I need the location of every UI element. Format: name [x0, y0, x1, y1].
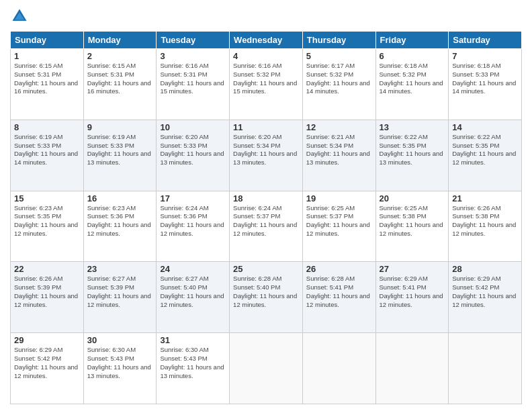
calendar-cell	[375, 333, 449, 404]
calendar-cell: 6 Sunrise: 6:18 AM Sunset: 5:32 PM Dayli…	[375, 49, 449, 120]
calendar-cell: 8 Sunrise: 6:19 AM Sunset: 5:33 PM Dayli…	[11, 120, 84, 191]
page: SundayMondayTuesdayWednesdayThursdayFrid…	[0, 0, 532, 411]
day-number: 1	[14, 51, 80, 61]
day-info: Sunrise: 6:23 AM Sunset: 5:35 PM Dayligh…	[14, 204, 80, 238]
calendar-cell: 19 Sunrise: 6:25 AM Sunset: 5:37 PM Dayl…	[302, 191, 375, 262]
calendar-cell: 14 Sunrise: 6:22 AM Sunset: 5:35 PM Dayl…	[449, 120, 522, 191]
day-number: 17	[160, 193, 226, 203]
day-info: Sunrise: 6:25 AM Sunset: 5:38 PM Dayligh…	[380, 204, 445, 238]
day-number: 30	[87, 335, 153, 345]
calendar-cell: 31 Sunrise: 6:30 AM Sunset: 5:43 PM Dayl…	[157, 333, 230, 404]
header	[10, 7, 522, 26]
day-number: 3	[160, 51, 226, 61]
day-info: Sunrise: 6:29 AM Sunset: 5:42 PM Dayligh…	[452, 275, 518, 309]
day-info: Sunrise: 6:22 AM Sunset: 5:35 PM Dayligh…	[452, 133, 518, 167]
day-number: 10	[160, 122, 226, 132]
calendar-week-2: 8 Sunrise: 6:19 AM Sunset: 5:33 PM Dayli…	[11, 120, 522, 191]
weekday-header-monday: Monday	[83, 32, 157, 49]
calendar-cell: 1 Sunrise: 6:15 AM Sunset: 5:31 PM Dayli…	[11, 49, 84, 120]
day-info: Sunrise: 6:19 AM Sunset: 5:33 PM Dayligh…	[87, 133, 153, 167]
calendar-cell: 2 Sunrise: 6:15 AM Sunset: 5:31 PM Dayli…	[83, 49, 157, 120]
calendar-cell: 21 Sunrise: 6:26 AM Sunset: 5:38 PM Dayl…	[449, 191, 522, 262]
calendar-cell: 26 Sunrise: 6:28 AM Sunset: 5:41 PM Dayl…	[302, 262, 375, 333]
calendar-cell: 25 Sunrise: 6:28 AM Sunset: 5:40 PM Dayl…	[230, 262, 303, 333]
calendar-cell: 13 Sunrise: 6:22 AM Sunset: 5:35 PM Dayl…	[375, 120, 449, 191]
calendar-cell: 27 Sunrise: 6:29 AM Sunset: 5:41 PM Dayl…	[375, 262, 449, 333]
calendar-cell: 17 Sunrise: 6:24 AM Sunset: 5:36 PM Dayl…	[157, 191, 230, 262]
calendar-cell: 22 Sunrise: 6:26 AM Sunset: 5:39 PM Dayl…	[11, 262, 84, 333]
calendar-cell: 12 Sunrise: 6:21 AM Sunset: 5:34 PM Dayl…	[302, 120, 375, 191]
calendar-week-4: 22 Sunrise: 6:26 AM Sunset: 5:39 PM Dayl…	[11, 262, 522, 333]
day-info: Sunrise: 6:28 AM Sunset: 5:41 PM Dayligh…	[306, 275, 372, 309]
day-info: Sunrise: 6:23 AM Sunset: 5:36 PM Dayligh…	[87, 204, 153, 238]
calendar-cell: 29 Sunrise: 6:29 AM Sunset: 5:42 PM Dayl…	[11, 333, 84, 404]
day-info: Sunrise: 6:19 AM Sunset: 5:33 PM Dayligh…	[14, 133, 80, 167]
calendar-cell: 4 Sunrise: 6:16 AM Sunset: 5:32 PM Dayli…	[230, 49, 303, 120]
calendar-cell: 23 Sunrise: 6:27 AM Sunset: 5:39 PM Dayl…	[83, 262, 157, 333]
day-number: 4	[233, 51, 299, 61]
calendar-cell	[449, 333, 522, 404]
day-info: Sunrise: 6:26 AM Sunset: 5:38 PM Dayligh…	[452, 204, 518, 238]
calendar-cell: 16 Sunrise: 6:23 AM Sunset: 5:36 PM Dayl…	[83, 191, 157, 262]
day-number: 12	[306, 122, 372, 132]
logo	[10, 7, 32, 26]
day-info: Sunrise: 6:26 AM Sunset: 5:39 PM Dayligh…	[14, 275, 80, 309]
day-number: 28	[452, 264, 518, 274]
calendar-cell: 30 Sunrise: 6:30 AM Sunset: 5:43 PM Dayl…	[83, 333, 157, 404]
weekday-header-friday: Friday	[375, 32, 449, 49]
calendar-week-5: 29 Sunrise: 6:29 AM Sunset: 5:42 PM Dayl…	[11, 333, 522, 404]
day-number: 2	[87, 51, 153, 61]
day-number: 19	[306, 193, 372, 203]
day-info: Sunrise: 6:15 AM Sunset: 5:31 PM Dayligh…	[14, 62, 80, 96]
day-info: Sunrise: 6:24 AM Sunset: 5:36 PM Dayligh…	[160, 204, 226, 238]
weekday-header-thursday: Thursday	[302, 32, 375, 49]
day-info: Sunrise: 6:28 AM Sunset: 5:40 PM Dayligh…	[233, 275, 299, 309]
calendar-table: SundayMondayTuesdayWednesdayThursdayFrid…	[10, 31, 522, 404]
day-number: 21	[452, 193, 518, 203]
day-number: 26	[306, 264, 372, 274]
day-info: Sunrise: 6:20 AM Sunset: 5:33 PM Dayligh…	[160, 133, 226, 167]
day-number: 22	[14, 264, 80, 274]
day-info: Sunrise: 6:29 AM Sunset: 5:41 PM Dayligh…	[380, 275, 445, 309]
weekday-header-tuesday: Tuesday	[157, 32, 230, 49]
day-number: 24	[160, 264, 226, 274]
day-info: Sunrise: 6:15 AM Sunset: 5:31 PM Dayligh…	[87, 62, 153, 96]
day-number: 9	[87, 122, 153, 132]
day-number: 7	[452, 51, 518, 61]
calendar-cell: 10 Sunrise: 6:20 AM Sunset: 5:33 PM Dayl…	[157, 120, 230, 191]
day-info: Sunrise: 6:22 AM Sunset: 5:35 PM Dayligh…	[380, 133, 445, 167]
calendar-cell	[230, 333, 303, 404]
weekday-header-row: SundayMondayTuesdayWednesdayThursdayFrid…	[11, 32, 522, 49]
day-info: Sunrise: 6:16 AM Sunset: 5:31 PM Dayligh…	[160, 62, 226, 96]
day-info: Sunrise: 6:16 AM Sunset: 5:32 PM Dayligh…	[233, 62, 299, 96]
weekday-header-sunday: Sunday	[11, 32, 84, 49]
calendar-cell: 15 Sunrise: 6:23 AM Sunset: 5:35 PM Dayl…	[11, 191, 84, 262]
day-number: 18	[233, 193, 299, 203]
day-info: Sunrise: 6:18 AM Sunset: 5:33 PM Dayligh…	[452, 62, 518, 96]
weekday-header-wednesday: Wednesday	[230, 32, 303, 49]
day-info: Sunrise: 6:25 AM Sunset: 5:37 PM Dayligh…	[306, 204, 372, 238]
weekday-header-saturday: Saturday	[449, 32, 522, 49]
day-number: 5	[306, 51, 372, 61]
calendar-cell: 28 Sunrise: 6:29 AM Sunset: 5:42 PM Dayl…	[449, 262, 522, 333]
day-info: Sunrise: 6:27 AM Sunset: 5:40 PM Dayligh…	[160, 275, 226, 309]
day-number: 14	[452, 122, 518, 132]
calendar-cell: 24 Sunrise: 6:27 AM Sunset: 5:40 PM Dayl…	[157, 262, 230, 333]
day-info: Sunrise: 6:20 AM Sunset: 5:34 PM Dayligh…	[233, 133, 299, 167]
calendar-cell: 18 Sunrise: 6:24 AM Sunset: 5:37 PM Dayl…	[230, 191, 303, 262]
day-number: 20	[380, 193, 445, 203]
day-number: 15	[14, 193, 80, 203]
logo-icon	[10, 7, 29, 26]
day-number: 8	[14, 122, 80, 132]
day-number: 11	[233, 122, 299, 132]
day-number: 16	[87, 193, 153, 203]
day-info: Sunrise: 6:27 AM Sunset: 5:39 PM Dayligh…	[87, 275, 153, 309]
calendar-cell: 20 Sunrise: 6:25 AM Sunset: 5:38 PM Dayl…	[375, 191, 449, 262]
day-number: 13	[380, 122, 445, 132]
day-number: 31	[160, 335, 226, 345]
day-number: 27	[380, 264, 445, 274]
calendar-cell	[302, 333, 375, 404]
calendar-cell: 3 Sunrise: 6:16 AM Sunset: 5:31 PM Dayli…	[157, 49, 230, 120]
calendar-cell: 7 Sunrise: 6:18 AM Sunset: 5:33 PM Dayli…	[449, 49, 522, 120]
day-number: 25	[233, 264, 299, 274]
